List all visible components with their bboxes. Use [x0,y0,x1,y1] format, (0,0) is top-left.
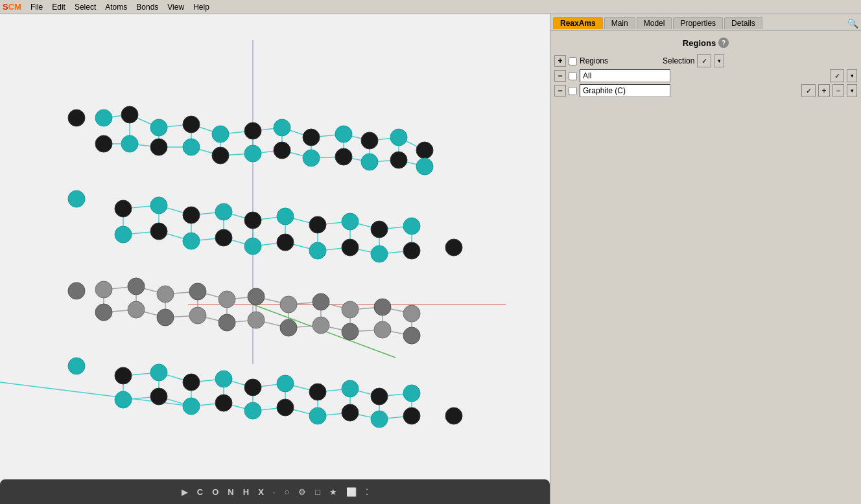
graphite-minus-btn[interactable]: − [832,84,844,97]
graphite-region-input[interactable] [580,84,670,97]
svg-point-207 [150,388,167,405]
all-region-checkbox[interactable] [569,72,577,80]
svg-point-157 [189,307,206,324]
svg-point-41 [212,126,229,143]
svg-point-36 [68,109,85,126]
svg-point-160 [280,319,297,336]
svg-point-54 [244,145,261,162]
3d-viewport[interactable]: 96 atoms selected ▶ C O N H X · ○ ⚙ □ ★ … [0,14,550,504]
graphite-region-checkbox[interactable] [569,87,577,95]
tab-reaxams[interactable]: ReaxAms [553,17,603,29]
svg-point-110 [403,242,420,259]
regions-header: Regions ? [554,35,857,51]
toolbar-rect-btn[interactable]: ⬜ [344,486,359,498]
all-checkmark-btn[interactable]: ✓ [830,69,844,82]
menu-view[interactable]: View [163,1,188,13]
menu-help[interactable]: Help [189,1,213,13]
svg-point-199 [244,379,261,396]
toolbar-c-btn[interactable]: C [195,486,206,498]
svg-point-96 [309,216,326,233]
svg-point-208 [183,398,200,415]
svg-point-150 [313,293,329,310]
toolbar-square-btn[interactable]: □ [313,486,323,498]
regions-title: Regions [683,38,716,48]
toolbar-grid-btn[interactable]: ⁚ [363,486,371,498]
svg-point-48 [416,142,433,159]
regions-all-checkbox[interactable] [569,57,577,65]
toolbar-star-btn[interactable]: ★ [327,486,340,498]
toolbar-o-btn[interactable]: O [209,486,221,498]
toolbar-play-btn[interactable]: ▶ [179,486,191,498]
selection-dropdown-btn[interactable]: ▾ [714,54,724,67]
svg-point-57 [335,148,352,165]
svg-point-210 [244,402,261,419]
all-dropdown-btn[interactable]: ▾ [847,69,857,82]
graphite-dropdown-btn[interactable]: ▾ [847,84,857,97]
svg-point-206 [115,391,132,408]
menu-select[interactable]: Select [71,1,100,13]
svg-point-205 [445,407,462,424]
selection-area: Selection [663,56,694,65]
svg-point-209 [215,395,232,411]
remove-all-button[interactable]: − [554,70,566,82]
svg-point-162 [342,323,359,340]
tab-properties[interactable]: Properties [673,17,723,29]
svg-point-146 [189,283,206,300]
toolbar-dot-btn[interactable]: · [270,486,278,498]
svg-point-103 [183,233,200,249]
svg-point-147 [218,291,235,308]
selection-checkmark-btn[interactable]: ✓ [697,54,711,67]
toolbar-gear-btn[interactable]: ⚙ [296,486,309,498]
toolbar-circle-btn[interactable]: ○ [281,486,292,498]
regions-label: Regions [580,56,608,65]
svg-point-107 [309,242,326,259]
svg-point-201 [309,384,326,400]
all-region-input[interactable] [580,69,670,82]
add-region-button[interactable]: + [554,55,566,67]
svg-point-204 [403,385,420,402]
remove-graphite-button[interactable]: − [554,85,566,97]
svg-point-101 [115,226,132,243]
toolbar-h-btn[interactable]: H [241,486,252,498]
regions-row-header: + Regions Selection ✓ ▾ [554,54,857,67]
svg-point-89 [68,190,85,207]
menu-file[interactable]: File [27,1,47,13]
svg-point-194 [68,358,85,374]
svg-point-45 [335,126,352,143]
svg-point-50 [121,135,138,152]
svg-point-95 [277,208,294,225]
regions-row-all: − ✓ ▾ [554,69,857,82]
menu-atoms[interactable]: Atoms [101,1,131,13]
svg-point-158 [218,314,235,331]
svg-point-53 [212,147,229,164]
svg-point-163 [374,321,391,338]
svg-point-155 [128,301,145,318]
search-icon[interactable]: 🔍 [847,18,858,29]
svg-point-156 [157,309,174,326]
bottom-toolbar: ▶ C O N H X · ○ ⚙ □ ★ ⬜ ⁚ [0,479,550,504]
toolbar-n-btn[interactable]: N [225,486,236,498]
graphite-checkmark-btn[interactable]: ✓ [801,84,816,97]
svg-point-197 [183,374,200,391]
svg-point-46 [361,132,378,149]
svg-point-214 [371,411,388,428]
svg-point-108 [342,239,359,256]
help-button[interactable]: ? [718,38,729,48]
svg-point-37 [95,109,112,126]
right-panel: ReaxAms Main Model Properties Details 🔍 … [550,14,861,504]
svg-point-198 [215,371,232,387]
svg-point-200 [277,375,294,392]
svg-point-100 [445,239,462,256]
toolbar-x-btn[interactable]: X [255,486,266,498]
menu-bar: SCM File Edit Select Atoms Bonds View He… [0,0,861,14]
tab-main[interactable]: Main [604,17,635,29]
tab-details[interactable]: Details [724,17,762,29]
svg-point-93 [215,203,232,220]
menu-edit[interactable]: Edit [48,1,69,13]
svg-point-102 [150,223,167,240]
svg-point-153 [403,305,420,322]
graphite-plus-btn[interactable]: + [818,84,830,97]
menu-bonds[interactable]: Bonds [132,1,162,13]
scm-cm-letters: CM [8,2,21,12]
tab-model[interactable]: Model [637,17,672,29]
